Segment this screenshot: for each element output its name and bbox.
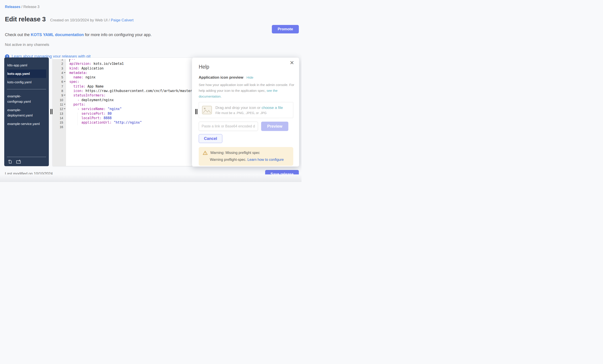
icon-preview-title: Application icon preview [199,75,243,80]
gutter-line-number: 12 [53,107,66,111]
editor-viewport: 12345678910111213141516 ---apiVersion: k… [53,59,192,166]
gutter-line-number: 10 [53,98,66,102]
editor-gutter-cells: 12345678910111213141516 [53,59,66,129]
sidebar-file-example-service.yaml[interactable]: example-service.yaml [7,120,46,128]
author-link[interactable]: Paige Calvert [111,18,134,22]
save-release-button[interactable]: Save release [265,170,299,178]
sidebar-file-example-configmap.yaml[interactable]: example-configmap.yaml [7,92,46,106]
warning-triangle-icon [203,151,208,155]
gutter-line-number: 15 [53,120,66,125]
learn-how-to-configure-link[interactable]: Learn how to configure [247,158,284,162]
code-line-8: icon: https://raw.githubusercontent.com/… [66,89,192,93]
gutter-line-number: 11 [53,102,66,107]
fold-arrow-icon[interactable] [64,95,66,96]
help-resize-handle[interactable] [195,109,197,114]
code-line-16 [66,125,192,129]
add-file-button[interactable] [7,159,12,164]
promote-button[interactable]: Promote [272,25,299,33]
yaml-editor[interactable]: 12345678910111213141516 ---apiVersion: k… [52,57,192,166]
sidebar-file-kots-config.yaml[interactable]: kots-config.yaml [7,78,46,87]
fold-arrow-icon[interactable] [64,108,66,109]
gutter-line-number: 7 [53,84,66,89]
code-line-2: apiVersion: kots.io/v1beta1 [66,62,192,66]
file-sidebar: k8s-app.yamlkots-app.yamlkots-config.yam… [4,57,49,166]
code-line-4: metadata: [66,71,192,75]
fold-arrow-icon[interactable] [64,104,66,105]
gutter-line-number: 3 [53,66,66,71]
image-placeholder-icon [202,105,212,115]
gutter-line-number: 1 [53,59,66,62]
breadcrumb-releases-link[interactable]: Releases [5,5,20,9]
fold-arrow-icon[interactable] [64,72,66,73]
dropzone-text: Drag and drop your icon or choose a file… [215,106,283,115]
cancel-button[interactable]: Cancel [199,134,222,143]
help-panel: ✕ Help Application icon preview Hide See… [192,57,299,167]
breadcrumb-separator: / [20,5,23,9]
indent-guide [77,113,78,125]
code-line-14: localPort: 8888 [66,116,192,120]
icon-url-row: Preview [199,122,293,131]
sidebar-resize-handle[interactable] [50,109,52,114]
dropzone-main-text: Drag and drop your icon or [215,106,262,110]
created-meta-text: Created on 10/10/2024 by Web UI / [50,18,111,22]
description-period: . [220,94,221,98]
fold-arrow-icon[interactable] [64,81,66,82]
gutter-line-number: 6 [53,79,66,84]
close-icon[interactable]: ✕ [288,60,295,66]
code-line-5: name: nginx [66,75,192,79]
gutter-line-number: 13 [53,111,66,116]
gutter-line-number: 2 [53,62,66,66]
warning-text: Warning: Missing preflight spec [210,151,260,155]
gutter-line-number: 16 [53,125,66,129]
preflight-warning-box: Warning: Missing preflight spec Warning … [199,147,293,166]
gutter-line-number: 4 [53,71,66,75]
file-list: k8s-app.yamlkots-app.yamlkots-config.yam… [4,57,49,128]
code-line-6: spec: [66,79,192,84]
text-cursor [69,59,70,62]
last-modified-text: Last modified on 10/10/2024 [5,172,53,176]
dropzone-sub-text: File must be a .PNG, .JPEG, or .JPG [215,111,283,115]
channel-status: Not active in any channels [5,43,49,47]
add-file-icon [7,159,12,164]
code-line-11: ports: [66,102,192,107]
warning-line-2-text: Warning preflight-spec. [210,158,247,162]
gutter-line-number: 9 [53,93,66,98]
code-line-10: - deployment/nginx [66,98,192,102]
code-line-1: --- [66,59,192,62]
title-row: Edit release 3Created on 10/10/2024 by W… [5,16,134,23]
editor-code-lines: ---apiVersion: kots.io/v1beta1kind: Appl… [66,59,192,129]
code-line-7: title: App Name [66,84,192,89]
page-title: Edit release 3 [5,16,46,23]
icon-preview-description: See how your application icon will look … [199,82,295,99]
help-title: Help [199,64,293,70]
gutter-line-number: 14 [53,116,66,120]
warning-line-2: Warning preflight-spec. Learn how to con… [210,158,289,162]
choose-file-link[interactable]: choose a file [262,106,283,110]
gutter-line-number: 5 [53,75,66,79]
docs-hint-after: for more info on configuring your app. [84,33,152,37]
code-line-3: kind: Application [66,66,192,71]
code-line-13: servicePort: 80 [66,111,192,116]
code-line-15: applicationUrl: "http://nginx" [66,120,192,125]
icon-preview-section-header: Application icon preview Hide [199,75,293,80]
code-line-12: - serviceName: "nginx" [66,107,192,111]
add-folder-icon [16,159,21,164]
kots-yaml-docs-link[interactable]: KOTS YAML documentation [31,33,84,37]
preview-button[interactable]: Preview [261,122,288,131]
docs-hint-before: Check out the [5,33,31,37]
sidebar-file-kots-app.yaml[interactable]: kots-app.yaml [7,69,46,78]
created-meta: Created on 10/10/2024 by Web UI / Paige … [50,18,134,22]
code-line-9: statusInformers: [66,93,192,98]
description-text: See how your application icon will look … [199,83,294,92]
icon-dropzone[interactable]: Drag and drop your icon or choose a file… [199,102,293,118]
sidebar-file-example-deployment.yaml[interactable]: example-deployment.yaml [7,106,46,120]
breadcrumb: Releases / Release 3 [5,5,39,9]
sidebar-bottom-bar [7,157,46,165]
add-folder-button[interactable] [16,159,21,164]
icon-url-input[interactable] [199,122,258,131]
gutter-line-number: 8 [53,89,66,93]
docs-hint: Check out the KOTS YAML documentation fo… [5,33,152,37]
sidebar-file-k8s-app.yaml[interactable]: k8s-app.yaml [7,61,46,69]
breadcrumb-current: Release 3 [23,5,39,9]
hide-link[interactable]: Hide [246,76,253,79]
